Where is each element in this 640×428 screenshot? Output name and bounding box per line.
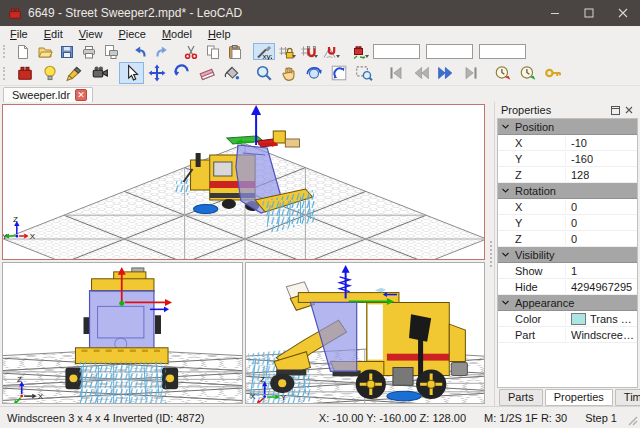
property-value[interactable]: -10 <box>571 137 587 149</box>
property-value[interactable]: Windscreen 3 x 4 x 4 Inverted <box>571 329 637 341</box>
property-row[interactable]: X-10 <box>498 135 637 151</box>
section-header-visibility[interactable]: Visibility <box>498 247 637 263</box>
pan-tool-button[interactable] <box>276 62 301 84</box>
section-header-rotation[interactable]: Rotation <box>498 183 637 199</box>
tab-close-icon[interactable]: ✕ <box>75 89 87 101</box>
previous-step-button[interactable] <box>408 62 433 84</box>
transform-y-input[interactable] <box>426 44 473 59</box>
property-value[interactable]: 0 <box>571 217 577 229</box>
toolbar-grip[interactable] <box>3 67 8 80</box>
dock-tab-timeline[interactable]: Timeline <box>615 389 640 406</box>
new-file-button[interactable] <box>12 43 34 60</box>
close-button[interactable] <box>606 0 640 26</box>
property-value[interactable]: 0 <box>571 201 577 213</box>
copy-button[interactable] <box>202 43 224 60</box>
menu-piece[interactable]: Piece <box>110 27 154 41</box>
properties-panel-header[interactable]: Properties <box>495 102 640 118</box>
paint-tool-button[interactable] <box>219 62 244 84</box>
property-value[interactable]: 1 <box>571 265 577 277</box>
camera-button[interactable] <box>87 62 112 84</box>
viewport-side-scene[interactable]: Z Y X <box>246 263 485 403</box>
viewport-front[interactable]: Z X <box>2 262 243 404</box>
roll-tool-button[interactable] <box>326 62 351 84</box>
viewport-main-scene[interactable]: Z Y X <box>3 105 484 259</box>
property-row[interactable]: Z128 <box>498 167 637 183</box>
dock-tab-parts[interactable]: Parts <box>499 389 543 406</box>
sweeper-model-side[interactable] <box>248 265 467 403</box>
viewport-main[interactable]: Z Y X <box>2 104 485 260</box>
time-backward-button[interactable] <box>490 62 515 84</box>
lock-keys-button[interactable] <box>540 62 565 84</box>
titlebar[interactable]: 6649 - Street Sweeper2.mpd* - LeoCAD <box>0 0 640 26</box>
property-value[interactable]: Trans Light Blue <box>590 313 637 325</box>
property-value[interactable]: 4294967295 <box>571 281 632 293</box>
transform-z-input[interactable] <box>479 44 526 59</box>
viewport-front-scene[interactable]: Z X <box>3 263 242 403</box>
move-tool-button[interactable] <box>144 62 169 84</box>
property-row-color[interactable]: ColorTrans Light Blue <box>498 311 637 327</box>
menu-edit[interactable]: Edit <box>36 27 71 41</box>
properties-table: Position X-10 Y-160 Z128 Rotation X0 Y0 … <box>497 118 638 388</box>
panel-close-icon[interactable] <box>622 104 636 116</box>
insert-piece-button[interactable] <box>12 62 37 84</box>
property-value[interactable]: -160 <box>571 153 593 165</box>
collapse-chevron-icon <box>502 188 509 193</box>
cut-button[interactable] <box>180 43 202 60</box>
sweeper-model-front[interactable] <box>65 267 178 403</box>
time-forward-button[interactable] <box>515 62 540 84</box>
print-button[interactable] <box>78 43 100 60</box>
light-button[interactable] <box>37 62 62 84</box>
property-row[interactable]: Show1 <box>498 263 637 279</box>
section-header-appearance[interactable]: Appearance <box>498 295 637 311</box>
toolbar-grip[interactable] <box>3 45 8 58</box>
delete-tool-button[interactable] <box>194 62 219 84</box>
tab-sweeper-ldr[interactable]: Sweeper.ldr ✕ <box>3 87 93 102</box>
zoom-region-button[interactable] <box>351 62 376 84</box>
move-arrows-icon <box>148 64 166 82</box>
relative-transform-button[interactable]: xyz <box>253 43 275 60</box>
next-step-button[interactable] <box>433 62 458 84</box>
select-tool-button[interactable] <box>119 62 144 84</box>
redo-button[interactable] <box>151 43 173 60</box>
transform-button[interactable] <box>348 43 370 60</box>
property-row[interactable]: Y0 <box>498 215 637 231</box>
property-value[interactable]: 128 <box>571 169 589 181</box>
resize-grip[interactable] <box>626 414 638 426</box>
section-header-position[interactable]: Position <box>498 119 637 135</box>
open-file-button[interactable] <box>34 43 56 60</box>
menu-file[interactable]: File <box>2 27 36 41</box>
maximize-button[interactable] <box>572 0 606 26</box>
redo-icon <box>154 44 170 60</box>
menu-model[interactable]: Model <box>154 27 200 41</box>
first-step-button[interactable] <box>383 62 408 84</box>
snap-rotate-button[interactable] <box>319 43 341 60</box>
section-title: Position <box>515 121 554 133</box>
property-row[interactable]: Hide4294967295 <box>498 279 637 295</box>
minimize-button[interactable] <box>538 0 572 26</box>
lock-axes-button[interactable] <box>275 43 297 60</box>
property-row[interactable]: Z0 <box>498 231 637 247</box>
save-button[interactable] <box>56 43 78 60</box>
property-row-part[interactable]: PartWindscreen 3 x 4 x 4 Inverted <box>498 327 637 343</box>
rotate-view-button[interactable] <box>301 62 326 84</box>
panel-splitter[interactable] <box>487 102 494 406</box>
dock-tab-properties[interactable]: Properties <box>545 389 613 406</box>
last-step-button[interactable] <box>458 62 483 84</box>
panel-float-icon[interactable] <box>608 104 622 116</box>
transform-x-input[interactable] <box>373 44 420 59</box>
paste-button[interactable] <box>224 43 246 60</box>
rotate-tool-button[interactable] <box>169 62 194 84</box>
viewport-side[interactable]: Z Y X <box>245 262 486 404</box>
spotlight-button[interactable] <box>62 62 87 84</box>
zoom-tool-button[interactable] <box>251 62 276 84</box>
brick-icon <box>16 64 34 82</box>
property-value[interactable]: 0 <box>571 233 577 245</box>
snap-move-button[interactable] <box>297 43 319 60</box>
app-icon <box>8 6 22 20</box>
menu-view[interactable]: View <box>71 27 111 41</box>
property-row[interactable]: Y-160 <box>498 151 637 167</box>
undo-button[interactable] <box>129 43 151 60</box>
print-preview-button[interactable] <box>100 43 122 60</box>
menu-help[interactable]: Help <box>200 27 239 41</box>
property-row[interactable]: X0 <box>498 199 637 215</box>
